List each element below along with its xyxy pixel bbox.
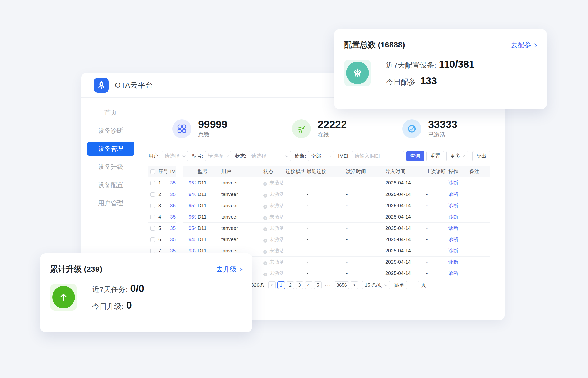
imei-link[interactable]: 9464... [188,191,196,197]
col-user: 用户 [219,166,261,177]
sidebar-item-device-management[interactable]: 设备管理 [87,142,134,156]
imei-link[interactable]: 9453... [188,237,196,242]
model-select[interactable]: 请选择 [205,151,231,161]
row-checkbox[interactable] [150,237,155,242]
table-row: 235199464...D11tanveer未激活--2025-04-14-诊断 [148,189,490,200]
diagnose-link[interactable]: 诊断 [448,191,458,197]
imei-input[interactable] [352,151,404,161]
row-checkbox[interactable] [150,204,155,208]
signal-check-icon [292,119,311,138]
page-button-4[interactable]: 4 [305,281,312,289]
upgrade-7day-label: 近7天任务: [92,285,128,295]
diagnose-link[interactable]: 诊断 [448,203,458,208]
status-badge: 未激活 [261,256,284,268]
diagnose-link[interactable]: 诊断 [448,180,458,185]
table-row: 635199453...D11tanveer未激活--2025-04-14-诊断 [148,234,490,245]
page-button-2[interactable]: 2 [287,281,294,289]
inactive-dot-icon [263,273,267,276]
select-all-checkbox[interactable] [150,169,155,174]
imei-link[interactable]: 9329... [188,248,196,253]
chevron-right-icon [238,267,243,271]
imei-link[interactable]: 9521... [188,203,196,208]
diagnose-link[interactable]: 诊断 [448,237,458,242]
inactive-dot-icon [263,261,267,265]
inactive-dot-icon [263,239,267,243]
row-checkbox[interactable] [150,215,155,219]
diagnose-link[interactable]: 诊断 [448,214,458,220]
sidebar-item-device-upgrade[interactable]: 设备升级 [81,158,140,176]
page-button-3[interactable]: 3 [296,281,303,289]
chevron-down-icon [384,283,387,286]
app-title: OTA云平台 [115,80,153,90]
rocket-icon [96,80,107,90]
go-configure-link[interactable]: 去配参 [511,40,536,50]
stat-total-label: 总数 [198,131,227,139]
inactive-dot-icon [263,227,267,231]
col-remark: 备注 [467,166,490,177]
more-button[interactable]: 更多 [446,151,468,161]
col-activate-time: 激活时间 [344,166,383,177]
stat-online-label: 在线 [318,131,347,139]
sidebar-item-device-config[interactable]: 设备配置 [81,176,140,194]
reset-button[interactable]: 重置 [426,151,444,161]
chevron-down-icon [329,154,332,157]
page-button-5[interactable]: 5 [314,281,322,289]
row-checkbox[interactable] [150,249,155,253]
next-page-button[interactable]: > [351,281,358,289]
status-badge: 未激活 [261,268,284,279]
diagnosis-select[interactable]: 全部 [308,151,334,161]
table-header-row: 序号 IMEI 型号 用户 状态 连接模式 最近连接 激活时间 导入时间 上次诊… [148,166,490,177]
stat-online: 22222 在线 [292,119,347,139]
imei-filter-label: IMEI: [338,153,350,159]
chevron-right-icon [533,43,537,47]
prev-page-button[interactable]: < [268,281,276,289]
page-size-select[interactable]: 15 条/页 [362,281,390,289]
chevron-down-icon [226,154,229,157]
imei-link[interactable]: 9526... [188,180,196,185]
config-today-value: 133 [420,76,437,87]
status-select[interactable]: 请选择 [249,151,291,161]
row-checkbox[interactable] [150,226,155,231]
config-7day-value: 110/381 [439,59,474,70]
upgrade-total-card: 累计升级 (239) 去升级 近7天任务: 0/0 今日升级: 0 [40,253,252,332]
col-status: 状态 [261,166,284,177]
diagnose-link[interactable]: 诊断 [448,259,458,265]
sidebar-item-home[interactable]: 首页 [81,103,140,121]
stat-activated-value: 33333 [428,119,457,130]
export-button[interactable]: 导出 [472,151,490,161]
chevron-down-icon [462,154,465,157]
sidebar-item-device-diagnosis[interactable]: 设备诊断 [81,121,140,140]
row-checkbox[interactable] [150,181,155,185]
inactive-dot-icon [263,250,267,254]
inactive-dot-icon [263,205,267,209]
app-logo [94,78,109,93]
col-action: 操作 [446,166,467,177]
status-badge: 未激活 [261,245,284,256]
status-filter-label: 状态: [235,153,246,159]
page-button-3656[interactable]: 3656 [335,281,349,289]
inactive-dot-icon [263,216,267,220]
user-filter-label: 用户: [148,153,160,159]
user-select[interactable]: 请选择 [162,151,188,161]
inactive-dot-icon [263,182,267,186]
go-upgrade-link[interactable]: 去升级 [216,265,242,274]
col-last-diag: 上次诊断 [424,166,446,177]
diagnose-link[interactable]: 诊断 [448,270,458,276]
page-button-1[interactable]: 1 [277,281,285,289]
table-row: 335199521...D11tanveer未激活--2025-04-14-诊断 [148,200,490,211]
status-badge: 未激活 [261,234,284,245]
imei-link[interactable]: 9546... [188,225,196,231]
diagnose-link[interactable]: 诊断 [448,225,458,231]
diagnosis-filter-label: 诊断: [295,153,306,159]
imei-link[interactable]: 9694... [188,214,196,220]
stat-activated: 33333 已激活 [402,119,457,139]
chevron-down-icon [183,154,186,157]
sidebar-item-user-management[interactable]: 用户管理 [81,194,140,212]
diagnose-link[interactable]: 诊断 [448,248,458,253]
search-button[interactable]: 查询 [406,151,424,161]
app-grid-icon [172,119,191,138]
col-conn-mode: 连接模式 [284,166,304,177]
row-checkbox[interactable] [150,192,155,197]
jump-to-input[interactable] [406,281,419,289]
jump-to-label: 跳至 [394,282,404,289]
